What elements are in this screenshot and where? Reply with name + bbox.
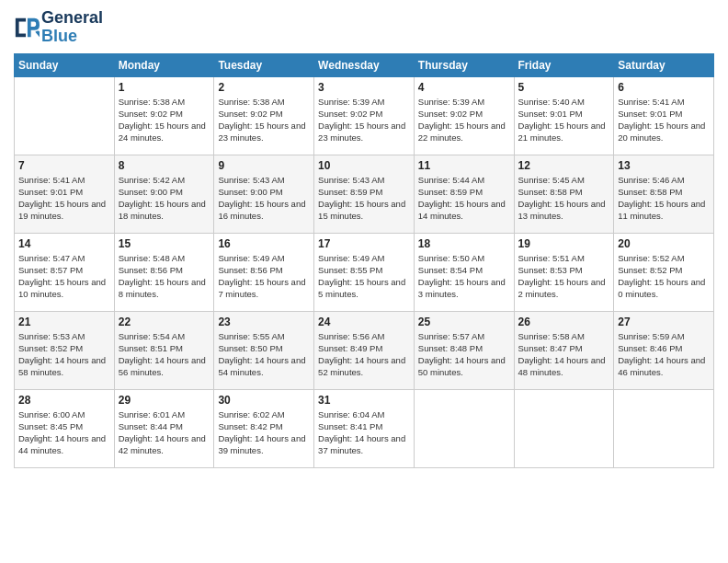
- cell-info: Sunrise: 5:51 AMSunset: 8:53 PMDaylight:…: [518, 252, 610, 301]
- day-number: 16: [218, 237, 310, 250]
- calendar-cell: 9Sunrise: 5:43 AMSunset: 9:00 PMDaylight…: [214, 155, 314, 233]
- calendar-cell: 29Sunrise: 6:01 AMSunset: 8:44 PMDayligh…: [114, 389, 214, 467]
- day-number: 3: [318, 81, 410, 94]
- cell-info: Sunrise: 5:45 AMSunset: 8:58 PMDaylight:…: [518, 174, 610, 223]
- cell-info: Sunrise: 5:41 AMSunset: 9:01 PMDaylight:…: [18, 174, 110, 223]
- cell-info: Sunrise: 5:39 AMSunset: 9:02 PMDaylight:…: [418, 96, 510, 144]
- day-number: 24: [318, 316, 410, 328]
- week-row-5: 28Sunrise: 6:00 AMSunset: 8:45 PMDayligh…: [15, 389, 714, 467]
- calendar-cell: 30Sunrise: 6:02 AMSunset: 8:42 PMDayligh…: [214, 389, 314, 467]
- calendar-cell: 13Sunrise: 5:46 AMSunset: 8:58 PMDayligh…: [614, 155, 714, 233]
- cell-info: Sunrise: 5:59 AMSunset: 8:46 PMDaylight:…: [618, 330, 710, 379]
- calendar-cell: 21Sunrise: 5:53 AMSunset: 8:52 PMDayligh…: [15, 311, 115, 389]
- day-number: 30: [218, 394, 310, 407]
- calendar-cell: 14Sunrise: 5:47 AMSunset: 8:57 PMDayligh…: [15, 233, 115, 311]
- calendar-cell: 10Sunrise: 5:43 AMSunset: 8:59 PMDayligh…: [314, 155, 415, 233]
- cell-info: Sunrise: 5:38 AMSunset: 9:02 PMDaylight:…: [218, 96, 310, 144]
- cell-info: Sunrise: 5:49 AMSunset: 8:56 PMDaylight:…: [218, 252, 310, 301]
- day-number: 2: [218, 81, 310, 94]
- calendar-cell: [514, 389, 614, 467]
- logo: General Blue: [14, 9, 103, 46]
- day-number: 10: [318, 159, 410, 172]
- cell-info: Sunrise: 6:02 AMSunset: 8:42 PMDaylight:…: [218, 408, 310, 457]
- calendar-cell: 11Sunrise: 5:44 AMSunset: 8:59 PMDayligh…: [414, 155, 514, 233]
- calendar-cell: 1Sunrise: 5:38 AMSunset: 9:02 PMDaylight…: [114, 76, 214, 155]
- calendar-cell: 19Sunrise: 5:51 AMSunset: 8:53 PMDayligh…: [514, 233, 614, 311]
- cell-info: Sunrise: 5:46 AMSunset: 8:58 PMDaylight:…: [618, 174, 710, 223]
- week-row-2: 7Sunrise: 5:41 AMSunset: 9:01 PMDaylight…: [15, 155, 714, 233]
- cell-info: Sunrise: 6:00 AMSunset: 8:45 PMDaylight:…: [18, 408, 110, 457]
- calendar-cell: 31Sunrise: 6:04 AMSunset: 8:41 PMDayligh…: [314, 389, 415, 467]
- day-number: 7: [18, 159, 110, 172]
- header-day-saturday: Saturday: [614, 53, 714, 76]
- week-row-4: 21Sunrise: 5:53 AMSunset: 8:52 PMDayligh…: [15, 311, 714, 389]
- day-number: 9: [218, 159, 310, 172]
- calendar-cell: 26Sunrise: 5:58 AMSunset: 8:47 PMDayligh…: [514, 311, 614, 389]
- cell-info: Sunrise: 5:43 AMSunset: 9:00 PMDaylight:…: [218, 174, 310, 223]
- header-day-friday: Friday: [514, 53, 614, 76]
- logo-icon: [14, 15, 40, 40]
- calendar-cell: 8Sunrise: 5:42 AMSunset: 9:00 PMDaylight…: [114, 155, 214, 233]
- day-number: 29: [119, 394, 210, 407]
- day-number: 14: [18, 237, 110, 250]
- calendar-cell: 2Sunrise: 5:38 AMSunset: 9:02 PMDaylight…: [214, 76, 314, 155]
- day-number: 22: [119, 316, 210, 328]
- day-number: 20: [618, 237, 710, 250]
- calendar-cell: 3Sunrise: 5:39 AMSunset: 9:02 PMDaylight…: [314, 76, 415, 155]
- cell-info: Sunrise: 5:54 AMSunset: 8:51 PMDaylight:…: [119, 330, 210, 379]
- week-row-3: 14Sunrise: 5:47 AMSunset: 8:57 PMDayligh…: [15, 233, 714, 311]
- day-number: 6: [618, 81, 710, 94]
- calendar-cell: 15Sunrise: 5:48 AMSunset: 8:56 PMDayligh…: [114, 233, 214, 311]
- day-number: 4: [418, 81, 510, 94]
- day-number: 13: [618, 159, 710, 172]
- calendar-cell: 16Sunrise: 5:49 AMSunset: 8:56 PMDayligh…: [214, 233, 314, 311]
- cell-info: Sunrise: 5:52 AMSunset: 8:52 PMDaylight:…: [618, 252, 710, 301]
- calendar-table: SundayMondayTuesdayWednesdayThursdayFrid…: [14, 53, 714, 468]
- day-number: 31: [318, 394, 410, 407]
- cell-info: Sunrise: 5:40 AMSunset: 9:01 PMDaylight:…: [518, 96, 610, 144]
- calendar-cell: [614, 389, 714, 467]
- week-row-1: 1Sunrise: 5:38 AMSunset: 9:02 PMDaylight…: [15, 76, 714, 155]
- cell-info: Sunrise: 5:42 AMSunset: 9:00 PMDaylight:…: [119, 174, 210, 223]
- cell-info: Sunrise: 5:38 AMSunset: 9:02 PMDaylight:…: [119, 96, 210, 144]
- header-day-tuesday: Tuesday: [214, 53, 314, 76]
- day-number: 26: [518, 316, 610, 328]
- calendar-cell: 22Sunrise: 5:54 AMSunset: 8:51 PMDayligh…: [114, 311, 214, 389]
- cell-info: Sunrise: 5:56 AMSunset: 8:49 PMDaylight:…: [318, 330, 410, 379]
- day-number: 5: [518, 81, 610, 94]
- calendar-cell: 20Sunrise: 5:52 AMSunset: 8:52 PMDayligh…: [614, 233, 714, 311]
- cell-info: Sunrise: 5:50 AMSunset: 8:54 PMDaylight:…: [418, 252, 510, 301]
- header-day-thursday: Thursday: [414, 53, 514, 76]
- page-header: General Blue: [14, 9, 714, 46]
- cell-info: Sunrise: 5:39 AMSunset: 9:02 PMDaylight:…: [318, 96, 410, 144]
- day-number: 18: [418, 237, 510, 250]
- day-number: 27: [618, 316, 710, 328]
- calendar-cell: [15, 76, 115, 155]
- cell-info: Sunrise: 6:04 AMSunset: 8:41 PMDaylight:…: [318, 408, 410, 457]
- cell-info: Sunrise: 5:58 AMSunset: 8:47 PMDaylight:…: [518, 330, 610, 379]
- cell-info: Sunrise: 5:57 AMSunset: 8:48 PMDaylight:…: [418, 330, 510, 379]
- calendar-cell: 17Sunrise: 5:49 AMSunset: 8:55 PMDayligh…: [314, 233, 415, 311]
- cell-info: Sunrise: 5:41 AMSunset: 9:01 PMDaylight:…: [618, 96, 710, 144]
- day-number: 15: [119, 237, 210, 250]
- cell-info: Sunrise: 5:44 AMSunset: 8:59 PMDaylight:…: [418, 174, 510, 223]
- cell-info: Sunrise: 5:48 AMSunset: 8:56 PMDaylight:…: [119, 252, 210, 301]
- day-number: 28: [18, 394, 110, 407]
- calendar-cell: 7Sunrise: 5:41 AMSunset: 9:01 PMDaylight…: [15, 155, 115, 233]
- header-day-wednesday: Wednesday: [314, 53, 415, 76]
- calendar-cell: 27Sunrise: 5:59 AMSunset: 8:46 PMDayligh…: [614, 311, 714, 389]
- header-row: SundayMondayTuesdayWednesdayThursdayFrid…: [15, 53, 714, 76]
- calendar-cell: [414, 389, 514, 467]
- calendar-page: General Blue SundayMondayTuesdayWednesda…: [0, 0, 728, 482]
- day-number: 11: [418, 159, 510, 172]
- day-number: 25: [418, 316, 510, 328]
- calendar-cell: 12Sunrise: 5:45 AMSunset: 8:58 PMDayligh…: [514, 155, 614, 233]
- day-number: 1: [119, 81, 210, 94]
- calendar-cell: 18Sunrise: 5:50 AMSunset: 8:54 PMDayligh…: [414, 233, 514, 311]
- day-number: 17: [318, 237, 410, 250]
- day-number: 19: [518, 237, 610, 250]
- logo-text: General Blue: [41, 9, 103, 46]
- cell-info: Sunrise: 5:43 AMSunset: 8:59 PMDaylight:…: [318, 174, 410, 223]
- calendar-cell: 6Sunrise: 5:41 AMSunset: 9:01 PMDaylight…: [614, 76, 714, 155]
- calendar-cell: 24Sunrise: 5:56 AMSunset: 8:49 PMDayligh…: [314, 311, 415, 389]
